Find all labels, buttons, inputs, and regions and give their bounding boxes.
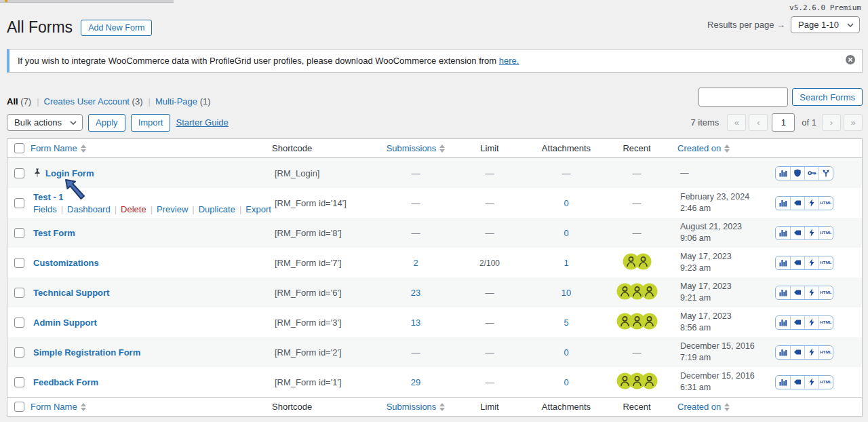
- tag-icon[interactable]: [790, 316, 804, 329]
- html-embed-icon[interactable]: HTML: [818, 346, 833, 359]
- row-action-dashboard[interactable]: Dashboard: [67, 204, 121, 214]
- column-created-on[interactable]: Created on: [671, 402, 772, 412]
- submissions-link[interactable]: 29: [411, 377, 420, 387]
- attachments-link[interactable]: 0: [564, 377, 568, 387]
- tag-icon[interactable]: [790, 197, 804, 210]
- add-new-form-button[interactable]: Add New Form: [81, 20, 152, 36]
- row-action-duplicate[interactable]: Duplicate: [199, 204, 246, 214]
- analytics-icon[interactable]: [776, 197, 790, 210]
- automation-bolt-icon[interactable]: [804, 346, 818, 359]
- form-name-link[interactable]: Test - 1: [33, 192, 64, 202]
- first-page-button[interactable]: «: [727, 114, 746, 131]
- form-name-link[interactable]: Login Form: [45, 168, 94, 178]
- form-name-link[interactable]: Feedback Form: [33, 377, 98, 387]
- automation-bolt-icon[interactable]: [804, 316, 818, 329]
- html-embed-icon[interactable]: HTML: [818, 197, 833, 210]
- automation-bolt-icon[interactable]: [804, 376, 818, 389]
- html-embed-icon[interactable]: HTML: [818, 256, 833, 269]
- tag-icon[interactable]: [790, 376, 804, 389]
- notice-here-link[interactable]: here.: [499, 56, 519, 66]
- select-all-checkbox[interactable]: [14, 402, 24, 412]
- column-form-name[interactable]: Form Name: [31, 402, 268, 412]
- starter-guide-link[interactable]: Starter Guide: [176, 117, 228, 128]
- limit-cell: 2/100: [450, 258, 530, 268]
- column-submissions[interactable]: Submissions: [382, 402, 450, 412]
- actions-cell: [772, 166, 836, 180]
- submissions-link[interactable]: 23: [411, 288, 420, 298]
- automation-bolt-icon[interactable]: [804, 197, 818, 210]
- page-range-select[interactable]: Page 1-10: [791, 16, 860, 33]
- filter-all[interactable]: All (7): [7, 96, 44, 107]
- row-checkbox[interactable]: [14, 198, 24, 208]
- column-created-on[interactable]: Created on: [671, 143, 772, 153]
- analytics-icon[interactable]: [776, 227, 790, 239]
- select-all-checkbox[interactable]: [14, 143, 24, 153]
- row-action-fields[interactable]: Fields: [33, 204, 67, 214]
- import-button[interactable]: Import: [131, 114, 171, 132]
- form-name-link[interactable]: Technical Support: [33, 288, 109, 298]
- automation-bolt-icon[interactable]: [804, 256, 818, 269]
- split-arrows-icon[interactable]: [818, 167, 833, 180]
- analytics-icon[interactable]: [776, 346, 790, 359]
- html-embed-icon[interactable]: HTML: [818, 316, 833, 329]
- form-name-link[interactable]: Customizations: [33, 258, 99, 268]
- row-checkbox[interactable]: [14, 258, 24, 268]
- automation-bolt-icon[interactable]: [804, 286, 818, 299]
- form-name-link[interactable]: Admin Support: [33, 318, 97, 328]
- filter-multi-page[interactable]: Multi-Page (1): [155, 96, 211, 107]
- column-submissions[interactable]: Submissions: [382, 143, 450, 153]
- submissions-empty: —: [412, 168, 420, 178]
- attachments-link[interactable]: 10: [561, 288, 571, 298]
- limit-empty: —: [486, 198, 494, 208]
- attachments-link[interactable]: 5: [564, 318, 568, 328]
- attachments-link[interactable]: 0: [564, 347, 568, 358]
- html-embed-icon[interactable]: HTML: [818, 227, 833, 239]
- apply-button[interactable]: Apply: [88, 114, 125, 132]
- column-recent: Recent: [603, 143, 671, 153]
- analytics-icon[interactable]: [776, 316, 790, 329]
- attachments-link[interactable]: 1: [564, 258, 568, 268]
- analytics-icon[interactable]: [776, 167, 790, 180]
- tag-icon[interactable]: [790, 346, 804, 359]
- form-name-link[interactable]: Simple Registration Form: [33, 347, 140, 358]
- created-on-cell: February 23, 20242:46 am: [671, 191, 772, 214]
- row-checkbox[interactable]: [14, 168, 24, 178]
- table-footer-header: Form Name Shortcode Submissions Limit At…: [7, 397, 862, 416]
- submissions-link[interactable]: 13: [411, 318, 420, 328]
- tag-icon[interactable]: [790, 227, 804, 239]
- shield-icon[interactable]: [790, 167, 804, 180]
- filter-creates-user-account[interactable]: Creates User Account (3): [44, 96, 155, 107]
- automation-bolt-icon[interactable]: [804, 227, 818, 239]
- row-action-delete[interactable]: Delete: [121, 204, 157, 214]
- bulk-actions-select[interactable]: Bulk actions: [7, 114, 83, 131]
- html-embed-icon[interactable]: HTML: [818, 376, 833, 389]
- analytics-icon[interactable]: [776, 286, 790, 299]
- column-form-name[interactable]: Form Name: [31, 143, 268, 153]
- actions-cell: HTML: [772, 226, 836, 240]
- created-time: 7:19 am: [680, 353, 711, 362]
- row-checkbox[interactable]: [14, 318, 24, 328]
- html-embed-icon[interactable]: HTML: [818, 286, 833, 299]
- prev-page-button[interactable]: ‹: [749, 114, 768, 131]
- tag-icon[interactable]: [790, 286, 804, 299]
- analytics-icon[interactable]: [776, 256, 790, 269]
- submissions-link[interactable]: 2: [413, 258, 418, 268]
- dismiss-notice-icon[interactable]: [845, 54, 856, 65]
- attachments-link[interactable]: 0: [564, 228, 568, 238]
- analytics-icon[interactable]: [776, 376, 790, 389]
- recent-user-avatar: [641, 283, 658, 300]
- row-checkbox[interactable]: [14, 347, 24, 358]
- form-name-link[interactable]: Test Form: [33, 228, 75, 238]
- last-page-button[interactable]: »: [844, 114, 863, 131]
- search-input[interactable]: [698, 88, 788, 107]
- tag-icon[interactable]: [790, 256, 804, 269]
- row-checkbox[interactable]: [14, 377, 24, 387]
- search-forms-button[interactable]: Search Forms: [792, 88, 863, 106]
- key-icon[interactable]: [804, 167, 818, 180]
- row-action-preview[interactable]: Preview: [157, 204, 199, 214]
- next-page-button[interactable]: ›: [822, 114, 841, 131]
- attachments-link[interactable]: 0: [564, 198, 568, 208]
- current-page-box[interactable]: 1: [772, 113, 795, 132]
- row-checkbox[interactable]: [14, 288, 24, 298]
- row-checkbox[interactable]: [14, 228, 24, 238]
